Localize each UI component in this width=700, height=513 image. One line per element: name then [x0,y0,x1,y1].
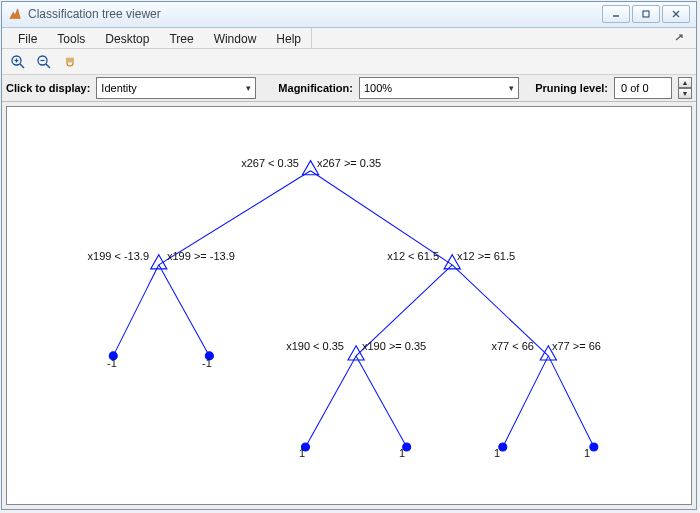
magnification-select[interactable]: 100% ▾ [359,77,519,99]
svg-line-19 [503,356,549,447]
split-label-right: x267 >= 0.35 [317,157,381,169]
menubar: File Tools Desktop Tree Window Help [2,28,696,50]
svg-line-17 [305,356,356,447]
leaf-label: 1 [494,447,500,459]
spinner-down-button[interactable]: ▼ [678,88,692,99]
leaf-label: -1 [107,357,117,369]
chevron-down-icon: ▾ [509,83,514,93]
split-label-left: x267 < 0.35 [229,157,299,169]
magnification-label: Magnification: [278,82,353,94]
magnification-value: 100% [364,82,392,94]
split-label-right: x77 >= 66 [552,340,601,352]
split-label-left: x199 < -13.9 [74,250,149,262]
click-to-display-label: Click to display: [6,82,90,94]
split-label-left: x190 < 0.35 [274,340,344,352]
click-to-display-select[interactable]: Identity ▾ [96,77,256,99]
chevron-down-icon: ▾ [246,83,251,93]
pan-button[interactable] [60,52,80,72]
leaf-label: 1 [299,447,305,459]
split-label-right: x190 >= 0.35 [362,340,426,352]
pruning-level-value: 0 of 0 [614,77,672,99]
titlebar: Classification tree viewer [2,2,696,28]
tree-canvas[interactable]: x267 < 0.35 x267 >= 0.35 x199 < -13.9 x1… [6,106,692,505]
leaf-label: 1 [584,447,590,459]
menu-window[interactable]: Window [204,28,267,49]
pruning-level-spinner[interactable]: ▲ ▼ [678,77,692,99]
split-label-right: x199 >= -13.9 [167,250,235,262]
leaf-label: -1 [202,357,212,369]
close-button[interactable] [662,5,690,23]
window-buttons [602,5,690,23]
matlab-icon [8,7,22,21]
maximize-button[interactable] [632,5,660,23]
split-label-left: x77 < 66 [480,340,534,352]
menu-help[interactable]: Help [266,28,312,49]
svg-line-9 [46,64,50,68]
app-window: Classification tree viewer File Tools De… [1,1,697,510]
svg-line-18 [356,356,407,447]
toolbar [2,49,696,75]
svg-line-14 [159,265,210,356]
spinner-up-button[interactable]: ▲ [678,77,692,88]
pruning-level-label: Pruning level: [535,82,608,94]
leaf-label: 1 [399,447,405,459]
split-label-right: x12 >= 61.5 [457,250,515,262]
canvas-wrap: x267 < 0.35 x267 >= 0.35 x199 < -13.9 x1… [2,102,696,509]
split-label-left: x12 < 61.5 [375,250,439,262]
menu-tree[interactable]: Tree [159,28,203,49]
svg-line-20 [548,356,594,447]
click-to-display-value: Identity [101,82,136,94]
menu-file[interactable]: File [8,28,47,49]
window-title: Classification tree viewer [28,7,602,21]
control-bar: Click to display: Identity ▾ Magnificati… [2,75,696,102]
zoom-out-button[interactable] [34,52,54,72]
svg-line-5 [20,64,24,68]
svg-rect-1 [643,11,649,17]
dock-undock-button[interactable] [668,28,690,49]
minimize-button[interactable] [602,5,630,23]
menu-tools[interactable]: Tools [47,28,95,49]
menu-desktop[interactable]: Desktop [95,28,159,49]
svg-line-13 [113,265,159,356]
leaf-node[interactable] [590,443,598,451]
zoom-in-button[interactable] [8,52,28,72]
